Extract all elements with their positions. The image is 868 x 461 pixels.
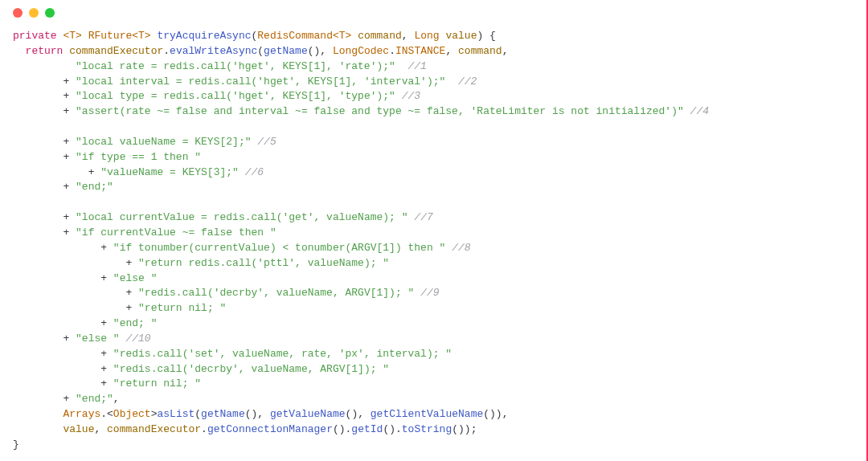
code-block: private <T> RFuture<T> tryAcquireAsync(R… (13, 29, 854, 453)
zoom-icon (45, 8, 55, 18)
close-icon (13, 8, 23, 18)
code-window: private <T> RFuture<T> tryAcquireAsync(R… (0, 0, 868, 461)
window-traffic-lights (13, 0, 854, 29)
minimize-icon (29, 8, 39, 18)
